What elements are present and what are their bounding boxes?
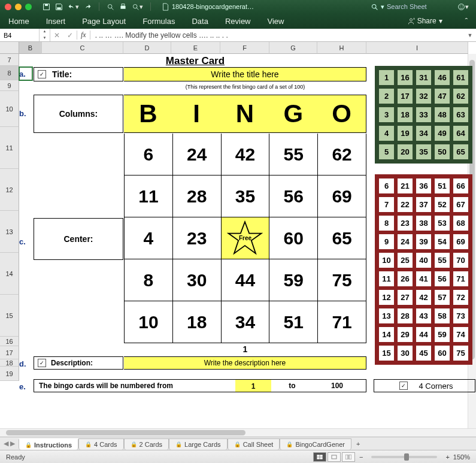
sheet-tab-4cards[interactable]: 🔒4 Cards: [78, 438, 124, 450]
zoom-out-button[interactable]: −: [359, 453, 363, 461]
sheet-search[interactable]: ▾ Search Sheet: [371, 3, 447, 11]
bingo-cell[interactable]: 69: [318, 175, 366, 217]
add-sheet-button[interactable]: +: [351, 437, 365, 450]
row-header-15[interactable]: 15: [0, 295, 19, 337]
bingo-cell[interactable]: 8: [124, 259, 173, 301]
menu-view[interactable]: View: [268, 17, 284, 26]
ribbon-collapse-icon[interactable]: ˆ: [465, 17, 468, 26]
description-checkbox[interactable]: ✓: [38, 359, 46, 367]
bingo-free-cell[interactable]: Free: [222, 217, 270, 259]
row-header-9[interactable]: 9: [0, 80, 19, 91]
view-page-layout-button[interactable]: [328, 452, 341, 462]
bingo-cell[interactable]: 65: [318, 217, 366, 259]
row-header-17[interactable]: 17: [0, 346, 19, 359]
description-input-cell[interactable]: Write the description here: [124, 356, 366, 370]
sheet-tab-generator[interactable]: 🔒BingoCardGener: [280, 438, 351, 450]
bingo-cell[interactable]: 10: [124, 301, 173, 343]
row-header-18[interactable]: 18: [0, 359, 19, 367]
bingo-cell[interactable]: 11: [124, 175, 173, 217]
numbering-to-cell[interactable]: 100: [313, 382, 361, 390]
minimize-window-button[interactable]: [15, 4, 22, 10]
bingo-cell[interactable]: 24: [173, 134, 222, 175]
zoom-in-icon[interactable]: ▾: [132, 3, 143, 11]
close-window-button[interactable]: [5, 4, 11, 10]
column-header-F[interactable]: F: [220, 42, 269, 54]
bingo-col-b[interactable]: B: [124, 95, 172, 132]
row-header-11[interactable]: 11: [0, 127, 19, 169]
bingo-cell[interactable]: 28: [173, 175, 222, 217]
bingo-cell[interactable]: 35: [222, 175, 270, 217]
accept-formula-icon[interactable]: ✓: [63, 29, 77, 41]
bingo-cell[interactable]: 59: [269, 259, 318, 301]
bingo-col-g[interactable]: G: [269, 95, 317, 132]
zoom-level[interactable]: 150%: [453, 453, 470, 461]
column-header-I[interactable]: I: [366, 42, 468, 54]
row-header-16[interactable]: 16: [0, 337, 19, 346]
column-header-E[interactable]: E: [171, 42, 220, 54]
bingo-cell[interactable]: 34: [222, 301, 270, 343]
bingo-cell[interactable]: 55: [269, 134, 318, 175]
redo-icon[interactable]: [84, 3, 92, 11]
sheet-tab-callsheet[interactable]: 🔒Call Sheet: [228, 438, 280, 450]
bingo-cell[interactable]: 4: [124, 217, 173, 259]
zoom-out-icon[interactable]: [107, 3, 114, 11]
save-icon[interactable]: [55, 3, 63, 11]
four-corners-checkbox[interactable]: ✓: [399, 382, 408, 390]
name-box-stepper[interactable]: ▲▼: [40, 29, 50, 41]
bingo-cell[interactable]: 56: [269, 175, 318, 217]
menu-page-layout[interactable]: Page Layout: [82, 17, 126, 26]
numbering-from-cell[interactable]: 1: [235, 380, 271, 392]
print-icon[interactable]: [119, 3, 127, 11]
bingo-cell[interactable]: 6: [124, 134, 173, 175]
bingo-col-n[interactable]: N: [221, 95, 269, 132]
menu-home[interactable]: Home: [8, 17, 29, 26]
expand-formula-bar-icon[interactable]: ▼: [464, 32, 476, 38]
tab-scroll-arrows[interactable]: ◀ ▶: [0, 437, 19, 450]
title-checkbox[interactable]: ✓: [38, 70, 46, 78]
menu-insert[interactable]: Insert: [46, 17, 66, 26]
cancel-formula-icon[interactable]: ✕: [50, 29, 63, 41]
row-header-10[interactable]: 10: [0, 91, 19, 127]
menu-review[interactable]: Review: [225, 17, 251, 26]
sheet-tab-largecards[interactable]: 🔒Large Cards: [169, 438, 228, 450]
column-header-B[interactable]: B: [19, 42, 42, 54]
bingo-cell[interactable]: 75: [318, 259, 366, 301]
share-button[interactable]: +Share ▾: [407, 17, 442, 25]
feedback-icon[interactable]: ▾: [457, 3, 469, 11]
title-input-cell[interactable]: Write the title here: [124, 67, 366, 81]
bingo-col-i[interactable]: I: [172, 95, 221, 132]
row-header-13[interactable]: 13: [0, 211, 19, 253]
zoom-in-button[interactable]: +: [445, 453, 449, 461]
column-header-H[interactable]: H: [317, 42, 366, 54]
menu-formulas[interactable]: Formulas: [143, 17, 175, 26]
bingo-cell[interactable]: 18: [173, 301, 222, 343]
bingo-cell[interactable]: 23: [173, 217, 222, 259]
row-header-12[interactable]: 12: [0, 169, 19, 211]
bingo-cell[interactable]: 60: [269, 217, 318, 259]
bingo-col-o[interactable]: O: [317, 95, 366, 132]
cell-area[interactable]: Master Card a. ✓ Title: Write the title …: [19, 54, 476, 428]
bingo-cell[interactable]: 51: [269, 301, 318, 343]
column-header-D[interactable]: D: [123, 42, 171, 54]
fx-icon[interactable]: fx: [77, 31, 90, 40]
row-header-19[interactable]: 19: [0, 367, 19, 381]
formula-input[interactable]: . .. … …. Modify the yellow cells …. .. …: [90, 31, 464, 40]
zoom-slider[interactable]: [371, 456, 437, 458]
bingo-cell[interactable]: 44: [222, 259, 270, 301]
column-header-C[interactable]: C: [42, 42, 123, 54]
view-normal-button[interactable]: [313, 452, 326, 462]
bingo-cell[interactable]: 30: [173, 259, 222, 301]
sheet-tab-instructions[interactable]: 🔒Instructions: [19, 438, 78, 450]
bingo-cell[interactable]: 71: [318, 301, 366, 343]
scrollbar-horizontal[interactable]: [0, 428, 476, 437]
autosave-icon[interactable]: [43, 3, 50, 11]
sheet-tab-2cards[interactable]: 🔒2 Cards: [124, 438, 169, 450]
row-header-8[interactable]: 8: [0, 66, 19, 80]
bingo-cell[interactable]: 62: [318, 134, 366, 175]
row-header-7[interactable]: 7: [0, 54, 19, 66]
menu-data[interactable]: Data: [192, 17, 208, 26]
row-header-14[interactable]: 14: [0, 253, 19, 295]
view-page-break-button[interactable]: [342, 452, 355, 462]
column-header-G[interactable]: G: [269, 42, 317, 54]
maximize-window-button[interactable]: [25, 4, 32, 10]
